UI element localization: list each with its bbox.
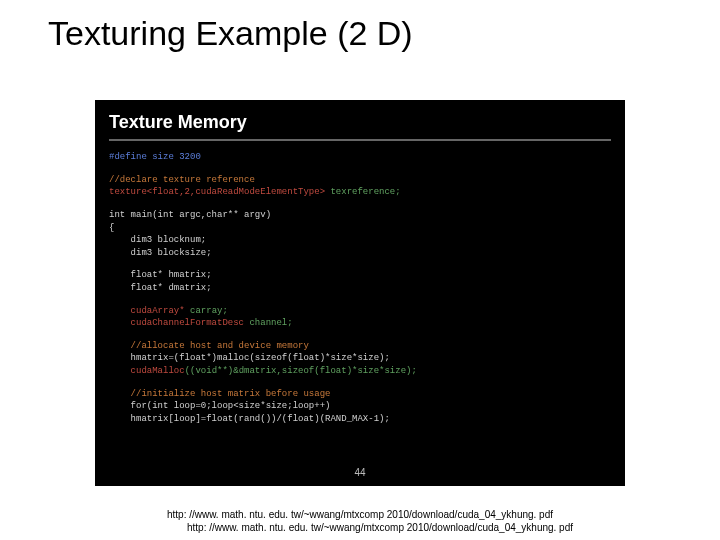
code-panel: Texture Memory #define size 3200//declar… [95,100,625,486]
panel-rule [109,139,611,141]
code-line: texture<float,2,cudaReadModeElementType>… [109,186,611,199]
code-line: #define size 3200 [109,151,611,164]
code-line: cudaChannelFormatDesc channel; [109,317,611,330]
code-line: float* dmatrix; [109,282,611,295]
code-line: float* hmatrix; [109,269,611,282]
footer-line-2: http: //www. math. ntu. edu. tw/~wwang/m… [0,522,720,535]
code-line: cudaMalloc((void**)&dmatrix,sizeof(float… [109,365,611,378]
code-line: //initialize host matrix before usage [109,388,611,401]
code-line [109,164,611,174]
code-line [109,330,611,340]
footer-line-1: http: //www. math. ntu. edu. tw/~wwang/m… [0,509,720,522]
panel-heading: Texture Memory [109,110,611,135]
code-line: for(int loop=0;loop<size*size;loop++) [109,400,611,413]
code-line: //declare texture reference [109,174,611,187]
code-line: hmatrix[loop]=float(rand())/(float)(RAND… [109,413,611,426]
code-line [109,199,611,209]
code-block: #define size 3200//declare texture refer… [109,151,611,425]
code-line: dim3 blocknum; [109,234,611,247]
slide-title: Texturing Example (2 D) [0,0,720,53]
code-line: int main(int argc,char** argv) [109,209,611,222]
code-line [109,378,611,388]
code-line: //allocate host and device memory [109,340,611,353]
code-line: { [109,222,611,235]
code-line [109,259,611,269]
footer: http: //www. math. ntu. edu. tw/~wwang/m… [0,509,720,534]
code-line [109,295,611,305]
page-number: 44 [95,466,625,480]
code-line: dim3 blocksize; [109,247,611,260]
slide: Texturing Example (2 D) Texture Memory #… [0,0,720,540]
code-line: cudaArray* carray; [109,305,611,318]
code-line: hmatrix=(float*)malloc(sizeof(float)*siz… [109,352,611,365]
